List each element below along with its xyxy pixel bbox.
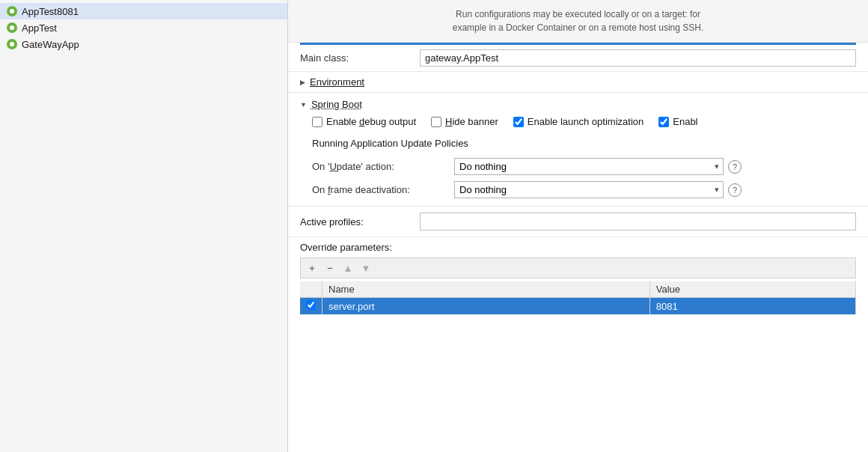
enable-debug-output-item: Enable debug output [312,116,416,127]
move-up-button[interactable]: ▲ [340,260,356,275]
policies-section: Running Application Update Policies On '… [288,133,868,206]
on-frame-help-icon[interactable]: ? [728,183,742,197]
main-content: Run configurations may be executed local… [288,0,868,452]
enable-debug-output-checkbox[interactable] [312,117,323,127]
environment-triangle: ▶ [300,79,305,86]
enable-partial-item: Enabl [658,116,697,127]
spring-boot-title: Spring Boot [311,99,362,110]
environment-section[interactable]: ▶ Environment [288,71,868,92]
sidebar-item-label-2: AppTest [22,22,57,34]
sidebar-item-apptest[interactable]: AppTest [0,19,287,36]
on-update-action-row: On 'Update' action: Do nothing Update cl… [312,155,856,178]
enable-launch-optimization-item: Enable launch optimization [513,116,644,127]
params-table: Name Value server.port 8081 [300,281,856,315]
row-checkbox[interactable] [306,300,316,310]
remove-parameter-button[interactable]: − [322,260,338,275]
override-parameters-section: Override parameters: + − ▲ ▼ Name Value [288,236,868,320]
active-profiles-label: Active profiles: [300,216,420,227]
override-parameters-title: Override parameters: [300,242,856,253]
content-area: Main class: ▶ Environment ▼ Spring Boot … [288,45,868,452]
sidebar-item-gatewayapp[interactable]: GateWayApp [0,36,287,52]
hide-banner-item: Hide banner [431,116,498,127]
move-down-button[interactable]: ▼ [358,260,374,275]
table-row[interactable]: server.port 8081 [300,298,856,315]
enable-partial-label: Enabl [673,116,697,127]
on-update-action-label: On 'Update' action: [312,161,447,172]
spring-boot-icon [6,5,18,17]
sidebar: AppTest8081 AppTest GateWayApp [0,0,288,452]
spring-boot-triangle: ▼ [300,101,307,109]
enable-launch-optimization-checkbox[interactable] [513,117,524,127]
enable-debug-output-label: Enable debug output [326,116,416,127]
on-update-action-wrapper: Do nothing Update classes and resources … [454,158,742,175]
on-update-select-wrapper: Do nothing Update classes and resources … [454,158,724,175]
sidebar-item-apptest8081[interactable]: AppTest8081 [0,3,287,19]
spring-boot-checkboxes: Enable debug output Hide banner Enable l… [288,113,868,133]
spring-boot-icon-2 [6,22,18,34]
info-line1: Run configurations may be executed local… [456,9,700,19]
table-value-header: Value [650,281,855,298]
hide-banner-label: Hide banner [445,116,498,127]
on-frame-deactivation-select[interactable]: Do nothing Update classes and resources … [454,181,724,198]
table-name-header: Name [323,281,650,298]
on-frame-deactivation-wrapper: Do nothing Update classes and resources … [454,181,742,198]
info-line2: example in a Docker Container or on a re… [453,22,704,33]
main-class-label: Main class: [300,52,420,64]
row-value-text: 8081 [656,301,678,312]
override-toolbar: + − ▲ ▼ [300,257,856,278]
main-class-input[interactable] [420,49,856,67]
active-profiles-row: Active profiles: [288,206,868,236]
active-profiles-input[interactable] [420,213,856,230]
environment-label: Environment [310,76,364,88]
on-frame-deactivation-label: On frame deactivation: [312,184,447,195]
main-class-row: Main class: [288,45,868,71]
row-checkbox-cell [300,298,323,315]
spring-boot-icon-3 [6,38,18,50]
sidebar-item-label: AppTest8081 [22,6,79,17]
table-check-header [300,281,323,298]
row-name-cell: server.port [323,298,650,315]
add-parameter-button[interactable]: + [304,260,320,275]
row-value-cell: 8081 [650,298,855,315]
info-banner: Run configurations may be executed local… [288,0,868,43]
enable-launch-optimization-label: Enable launch optimization [528,116,644,127]
policies-title: Running Application Update Policies [312,138,856,149]
on-update-help-icon[interactable]: ? [728,160,742,174]
on-frame-deactivation-row: On frame deactivation: Do nothing Update… [312,178,856,201]
spring-boot-section-header[interactable]: ▼ Spring Boot [288,92,868,113]
sidebar-item-label-3: GateWayApp [22,39,79,50]
enable-partial-checkbox[interactable] [658,117,669,127]
on-frame-select-wrapper: Do nothing Update classes and resources … [454,181,724,198]
hide-banner-checkbox[interactable] [431,117,441,127]
on-update-action-select[interactable]: Do nothing Update classes and resources … [454,158,724,175]
